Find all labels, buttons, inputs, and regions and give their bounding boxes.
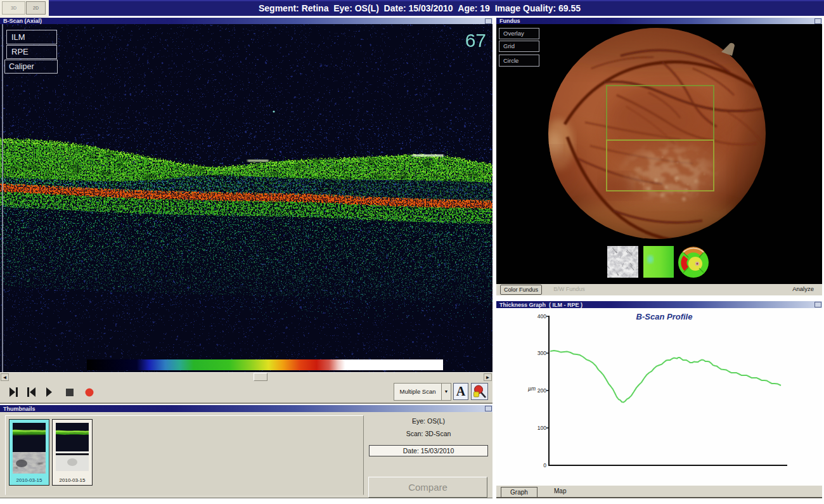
svg-text:400: 400 (538, 313, 546, 320)
svg-text:B-Scan Profile: B-Scan Profile (636, 312, 693, 321)
svg-text:0: 0 (543, 462, 546, 468)
svg-text:67: 67 (465, 30, 486, 51)
svg-text:µm: µm (528, 385, 536, 392)
svg-text:200: 200 (538, 387, 546, 394)
svg-text:300: 300 (538, 350, 546, 356)
svg-text:100: 100 (538, 425, 546, 431)
